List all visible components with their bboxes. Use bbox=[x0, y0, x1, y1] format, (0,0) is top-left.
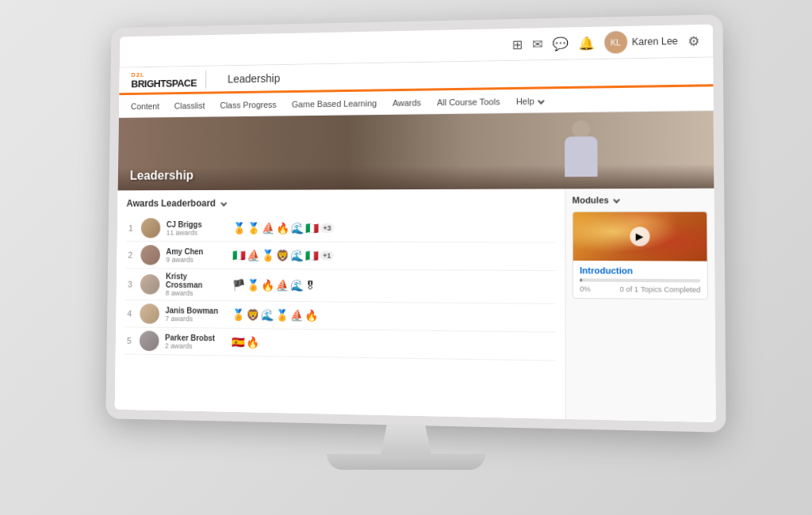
badge: 🏴 bbox=[232, 280, 245, 291]
badge: 🎖 bbox=[304, 280, 316, 291]
monitor-stand-neck bbox=[374, 424, 438, 456]
table-row: 1 CJ Briggs 11 awards 🏅 🥇 ⛵ 🔥 bbox=[126, 215, 555, 243]
settings-icon[interactable]: ⚙ bbox=[688, 33, 699, 49]
main-content: Awards Leaderboard 1 CJ Briggs 11 awards bbox=[115, 189, 716, 422]
badge: 🦁 bbox=[276, 250, 289, 261]
menu-class-progress[interactable]: Class Progress bbox=[220, 100, 276, 110]
user-details: Janis Bowman 7 awards bbox=[165, 306, 225, 322]
rank-number: 4 bbox=[125, 309, 134, 319]
table-row: 2 Amy Chen 9 awards 🇮🇹 ⛵ 🏅 🦁 bbox=[125, 242, 555, 271]
badge: 🦁 bbox=[247, 309, 260, 320]
badge: 🏅 bbox=[275, 310, 289, 321]
badge: 🔥 bbox=[304, 310, 318, 321]
badges-area: 🏅 🦁 🌊 🏅 ⛵ 🔥 bbox=[232, 309, 555, 323]
user-info: KL Karen Lee bbox=[604, 30, 678, 54]
hero-banner: Leadership bbox=[118, 111, 714, 190]
badge: 🥇 bbox=[247, 223, 260, 234]
monitor-wrapper: ⊞ ✉ 💬 🔔 KL Karen Lee ⚙ D2L BRIGHTSPACE L… bbox=[81, 20, 731, 495]
badge: ⛵ bbox=[276, 280, 289, 291]
leaderboard-chevron-icon[interactable] bbox=[220, 200, 227, 206]
badge: 🏅 bbox=[232, 309, 244, 320]
leaderboard-title: Awards Leaderboard bbox=[126, 198, 216, 209]
badges-area: 🇮🇹 ⛵ 🏅 🦁 🌊 🇮🇹 +1 bbox=[232, 250, 555, 262]
hero-figure bbox=[549, 116, 615, 189]
user-awards: 11 awards bbox=[167, 228, 227, 236]
badges-area: 🏴 🏅 🔥 ⛵ 🌊 🎖 bbox=[232, 280, 556, 293]
badge-more: +1 bbox=[320, 251, 334, 261]
table-row: 3 Kristy Crossman 8 awards 🏴 🏅 🔥 ⛵ bbox=[125, 269, 555, 304]
avatar bbox=[140, 330, 159, 351]
mail-icon[interactable]: ✉ bbox=[532, 36, 542, 52]
module-info: Introduction 0% 0 of 1 Topics Completed bbox=[573, 261, 707, 299]
user-awards: 2 awards bbox=[165, 341, 225, 350]
modules-panel: Modules ▶ Introduction bbox=[565, 189, 715, 422]
avatar: KL bbox=[604, 31, 627, 54]
user-details: CJ Briggs 11 awards bbox=[167, 220, 227, 237]
screen: ⊞ ✉ 💬 🔔 KL Karen Lee ⚙ D2L BRIGHTSPACE L… bbox=[115, 25, 716, 422]
user-awards: 9 awards bbox=[166, 255, 226, 263]
user-details: Parker Brobst 2 awards bbox=[165, 333, 225, 350]
hero-title: Leadership bbox=[130, 169, 193, 183]
user-details: Amy Chen 9 awards bbox=[166, 247, 226, 264]
person-head bbox=[572, 120, 590, 138]
module-title[interactable]: Introduction bbox=[580, 265, 700, 276]
module-card[interactable]: ▶ Introduction 0% 0 of 1 Topics Complete… bbox=[573, 212, 708, 300]
module-progress-text: 0% 0 of 1 Topics Completed bbox=[580, 285, 700, 294]
menu-help[interactable]: Help bbox=[516, 96, 543, 106]
page-title: Leadership bbox=[228, 71, 280, 85]
module-thumbnail: ▶ bbox=[573, 212, 707, 261]
menu-all-tools[interactable]: All Course Tools bbox=[437, 97, 500, 107]
play-icon[interactable]: ▶ bbox=[630, 227, 649, 246]
menu-awards[interactable]: Awards bbox=[393, 97, 421, 107]
user-name: Janis Bowman bbox=[165, 306, 225, 315]
user-name: CJ Briggs bbox=[167, 220, 227, 229]
module-progress-bar-wrap bbox=[580, 278, 700, 282]
rank-number: 2 bbox=[126, 250, 135, 260]
badges-area: 🇪🇸 🔥 bbox=[232, 337, 555, 353]
menu-classlist[interactable]: Classlist bbox=[174, 101, 205, 110]
avatar bbox=[140, 274, 160, 295]
badge: ⛵ bbox=[262, 223, 275, 234]
user-name: Karen Lee bbox=[632, 36, 678, 48]
badge: 🌊 bbox=[290, 250, 304, 261]
leaderboard-panel: Awards Leaderboard 1 CJ Briggs 11 awards bbox=[115, 189, 565, 419]
badge: 🇮🇹 bbox=[305, 223, 319, 234]
chat-icon[interactable]: 💬 bbox=[552, 36, 568, 51]
table-row: 5 Parker Brobst 2 awards 🇪🇸 🔥 bbox=[124, 327, 555, 360]
topics-label: 0 of 1 Topics Completed bbox=[620, 285, 701, 294]
badge: 🌊 bbox=[290, 280, 304, 291]
menu-content[interactable]: Content bbox=[131, 101, 159, 111]
rank-number: 3 bbox=[125, 280, 134, 289]
bell-icon[interactable]: 🔔 bbox=[578, 35, 595, 51]
avatar bbox=[141, 218, 161, 238]
badge: 🏅 bbox=[232, 223, 245, 234]
badge: 🔥 bbox=[246, 337, 259, 348]
badge: 🇪🇸 bbox=[232, 337, 244, 348]
menu-game-based[interactable]: Game Based Learning bbox=[292, 98, 377, 109]
badge: 🌊 bbox=[261, 309, 274, 320]
badge: 🔥 bbox=[261, 280, 274, 291]
chevron-down-icon bbox=[538, 97, 545, 105]
badge: 🇮🇹 bbox=[232, 250, 245, 261]
avatar bbox=[140, 303, 159, 324]
modules-chevron-icon[interactable] bbox=[613, 196, 620, 204]
badge: 🌊 bbox=[291, 223, 304, 234]
badge: 🔥 bbox=[276, 223, 289, 234]
rank-number: 1 bbox=[126, 223, 135, 233]
monitor-body: ⊞ ✉ 💬 🔔 KL Karen Lee ⚙ D2L BRIGHTSPACE L… bbox=[105, 14, 726, 433]
module-progress-bar bbox=[580, 278, 582, 281]
badge: 🏅 bbox=[262, 250, 275, 261]
leaderboard-table: 1 CJ Briggs 11 awards 🏅 🥇 ⛵ 🔥 bbox=[124, 215, 555, 361]
avatar bbox=[140, 245, 160, 265]
user-details: Kristy Crossman 8 awards bbox=[166, 272, 226, 297]
hero-audience-overlay bbox=[118, 164, 714, 191]
badge: ⛵ bbox=[247, 250, 259, 261]
badge: 🇮🇹 bbox=[305, 250, 319, 261]
logo-brightspace: BRIGHTSPACE bbox=[131, 77, 197, 90]
logo-area: D2L BRIGHTSPACE bbox=[131, 70, 206, 90]
leaderboard-header: Awards Leaderboard bbox=[126, 197, 555, 209]
grid-icon[interactable]: ⊞ bbox=[511, 36, 522, 52]
monitor-stand-base bbox=[327, 454, 485, 470]
user-awards: 8 awards bbox=[166, 289, 226, 297]
badge-more: +3 bbox=[320, 223, 335, 233]
